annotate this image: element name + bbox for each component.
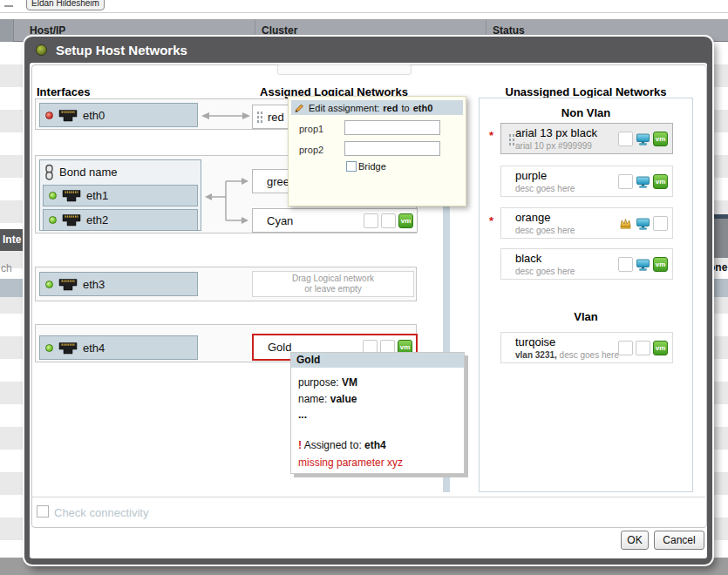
- edit-assignment-popup: Edit assignment: red to eth0 prop1 prop2…: [288, 96, 466, 206]
- bridge-checkbox[interactable]: [346, 161, 357, 172]
- bond-name-label: Bond name: [59, 166, 118, 179]
- table-header-status: Status: [493, 24, 525, 37]
- check-connectivity-checkbox[interactable]: [37, 505, 49, 518]
- display-network-icon[interactable]: [636, 174, 650, 189]
- drag-handle[interactable]: [508, 133, 514, 145]
- vm-network-icon[interactable]: vm: [653, 132, 668, 146]
- dialog-title: Setup Host Networks: [56, 43, 187, 58]
- status-down-icon: [45, 112, 53, 119]
- empty-role-slot[interactable]: [381, 213, 396, 228]
- assignment-arrow: [201, 111, 250, 121]
- check-connectivity-label: Check connectivity: [54, 506, 148, 519]
- display-network-icon[interactable]: [636, 216, 650, 231]
- cancel-button[interactable]: Cancel: [654, 531, 704, 550]
- empty-role-slot[interactable]: [618, 341, 633, 355]
- bond-container[interactable]: Bond name eth1 eth2: [39, 159, 201, 231]
- interface-eth2[interactable]: eth2: [43, 209, 198, 231]
- network-drop-target[interactable]: Drag Logical network or leave empty: [252, 271, 414, 297]
- vm-network-icon[interactable]: vm: [653, 257, 668, 272]
- empty-role-slot[interactable]: [653, 216, 668, 231]
- assigned-network-cyan[interactable]: Cyan vm: [252, 208, 418, 233]
- edit-assignment-header: Edit assignment: red to eth0: [291, 100, 463, 115]
- toolbar-divider: [0, 12, 728, 13]
- unassigned-column-header: Unassigned Logical Networks: [479, 85, 693, 98]
- network-label: red: [268, 111, 284, 124]
- vm-network-icon[interactable]: vm: [653, 174, 668, 189]
- prop2-label: prop2: [299, 145, 323, 155]
- interface-eth1[interactable]: eth1: [43, 185, 198, 206]
- table-header-cluster: Cluster: [262, 24, 297, 37]
- status-up-icon: [45, 344, 53, 352]
- vm-network-icon[interactable]: vm: [653, 341, 668, 355]
- name-label: name:: [298, 393, 327, 405]
- bond-assignment-connector: [201, 168, 250, 229]
- empty-role-slot[interactable]: [618, 132, 633, 146]
- display-network-icon[interactable]: [636, 132, 650, 146]
- network-item-arial[interactable]: arial 13 px black arial 10 px #999999 vm: [500, 123, 673, 154]
- network-item-purple[interactable]: purple desc goes here vm: [500, 166, 673, 197]
- management-crown-icon[interactable]: [618, 216, 633, 231]
- dialog-status-icon: [36, 44, 47, 56]
- dialog-body: Interfaces Assigned Logical Networks Una…: [30, 63, 707, 558]
- vlan-tag: vlan 3231,: [515, 350, 557, 360]
- purpose-label: purpose:: [298, 376, 339, 389]
- empty-role-slot[interactable]: [636, 341, 650, 355]
- edit-joiner: to: [401, 103, 409, 113]
- required-asterisk: *: [489, 129, 493, 142]
- edit-assignment-title: Edit assignment:: [309, 103, 379, 113]
- interface-label: eth4: [83, 342, 105, 355]
- background-subtab-label: Inte: [3, 233, 21, 246]
- bridge-label: Bridge: [358, 161, 386, 172]
- edit-network-name: red: [383, 103, 398, 113]
- dialog-title-bar[interactable]: Setup Host Networks: [24, 37, 712, 63]
- display-network-icon[interactable]: [636, 257, 650, 272]
- interface-label: eth1: [86, 189, 108, 202]
- background-text-fragment: ch: [1, 262, 12, 274]
- network-name: turqoise: [515, 335, 555, 348]
- bond-chain-icon: [44, 164, 54, 180]
- drop-placeholder-line2: or leave empty: [304, 284, 362, 294]
- status-up-icon: [45, 281, 53, 288]
- toolbar-icon-fragment: [4, 0, 13, 7]
- interface-label: eth3: [83, 278, 105, 291]
- required-asterisk: *: [489, 214, 493, 227]
- empty-role-slot[interactable]: [618, 174, 633, 189]
- network-item-black[interactable]: black desc goes here vm: [500, 248, 673, 280]
- empty-role-slot[interactable]: [618, 257, 633, 272]
- interface-row-eth3: eth3 Drag Logical network or leave empty: [35, 267, 417, 301]
- edit-pencil-icon: [294, 102, 305, 113]
- table-corner-cell: [0, 19, 14, 42]
- tooltip-title: Gold: [291, 353, 464, 368]
- setup-host-networks-dialog: Setup Host Networks Interfaces Assigned …: [24, 37, 712, 565]
- network-name: orange: [515, 211, 550, 224]
- interface-eth0[interactable]: eth0: [39, 103, 198, 127]
- prop1-input[interactable]: [344, 120, 440, 135]
- ok-button[interactable]: OK: [621, 531, 649, 550]
- network-desc: arial 10 px #999999: [515, 141, 592, 151]
- drop-placeholder-line1: Drag Logical network: [292, 274, 374, 284]
- interface-eth4[interactable]: eth4: [39, 335, 198, 360]
- scroll-hint[interactable]: [277, 64, 412, 75]
- interface-label: eth2: [86, 213, 108, 227]
- network-desc: vlan 3231, desc goes here: [515, 350, 619, 360]
- nic-icon: [62, 213, 81, 227]
- drag-handle[interactable]: [256, 111, 262, 123]
- network-name: black: [515, 252, 541, 265]
- network-name: purple: [515, 169, 547, 182]
- name-value: value: [330, 393, 357, 405]
- ellipsis: ...: [298, 409, 307, 421]
- assigned-to-value: eth4: [364, 439, 386, 451]
- user-button[interactable]: Eldan Hildesheim: [26, 0, 105, 10]
- interface-eth3[interactable]: eth3: [39, 272, 198, 296]
- vm-network-icon[interactable]: vm: [398, 213, 413, 228]
- assigned-to-label: Assigned to:: [304, 439, 362, 451]
- network-desc: desc goes here: [515, 184, 575, 193]
- network-item-orange[interactable]: orange desc goes here: [500, 207, 673, 239]
- nic-icon: [62, 189, 81, 202]
- status-up-icon: [49, 216, 57, 224]
- bond-header: Bond name: [40, 160, 201, 183]
- nic-icon: [58, 109, 78, 122]
- empty-role-slot[interactable]: [364, 213, 378, 228]
- network-item-turqoise[interactable]: turqoise vlan 3231, desc goes here vm: [500, 332, 673, 363]
- prop2-input[interactable]: [344, 141, 440, 156]
